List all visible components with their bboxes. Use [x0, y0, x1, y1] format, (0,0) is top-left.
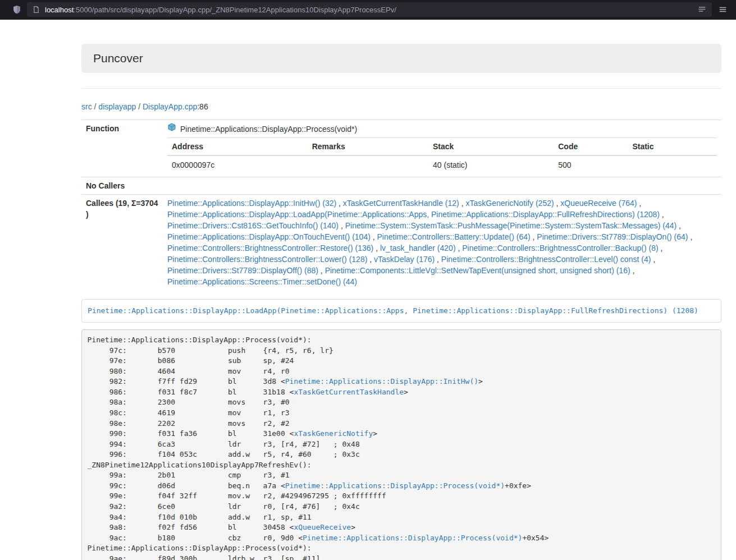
- function-row: Function Pinetime::Applications::Display…: [81, 120, 721, 177]
- callers-label: No Callers: [81, 177, 163, 195]
- callees-separator: ,: [459, 199, 466, 208]
- value-static: [628, 155, 717, 174]
- callees-row: Callees (19, Σ=3704 ) Pinetime::Applicat…: [81, 195, 721, 291]
- callees-separator: ,: [336, 199, 343, 208]
- callee-link[interactable]: Pinetime::Applications::DisplayApp::Init…: [167, 199, 336, 208]
- callees-separator: ,: [371, 232, 377, 241]
- callee-link[interactable]: Pinetime::Applications::DisplayApp::Load…: [167, 210, 660, 219]
- callee-link[interactable]: vTaskDelay (176): [374, 255, 435, 264]
- callee-link[interactable]: Pinetime::Controllers::BrightnessControl…: [441, 255, 651, 264]
- function-name: Pinetime::Applications::DisplayApp::Proc…: [180, 123, 357, 135]
- breadcrumb: src / displayapp / DisplayApp.cpp:86: [81, 101, 721, 112]
- highlighted-symbol-link[interactable]: Pinetime::Applications::DisplayApp::Load…: [88, 306, 698, 315]
- callee-link[interactable]: Pinetime::Components::LittleVgl::SetNewT…: [325, 266, 630, 275]
- callees-separator: ,: [318, 266, 325, 275]
- reader-view-icon[interactable]: [698, 2, 706, 17]
- col-static: Static: [628, 138, 717, 156]
- value-code: 500: [554, 155, 628, 174]
- disassembly-block: Pinetime::Applications::DisplayApp::Proc…: [81, 329, 721, 560]
- disassembly-symbol-link[interactable]: Pinetime::Applications::DisplayApp::Proc…: [303, 534, 522, 542]
- callees-separator: ,: [531, 232, 537, 241]
- callee-link[interactable]: lv_task_handler (420): [380, 244, 456, 253]
- callee-link[interactable]: Pinetime::Drivers::St7789::DisplayOn() (…: [537, 232, 688, 241]
- details-value-row: 0x0000097c 40 (static) 500: [167, 155, 717, 174]
- callees-separator: ,: [659, 244, 663, 253]
- callees-separator: ,: [637, 199, 641, 208]
- highlighted-symbol-panel: Pinetime::Applications::DisplayApp::Load…: [81, 299, 721, 323]
- callees-separator: ,: [651, 255, 655, 264]
- disassembly-symbol-link[interactable]: xQueueReceive: [294, 523, 351, 531]
- callees-separator: ,: [373, 244, 380, 253]
- callee-link[interactable]: Pinetime::Applications::DisplayApp::OnTo…: [167, 232, 371, 241]
- divider: [81, 88, 721, 89]
- callers-row: No Callers: [81, 177, 721, 195]
- value-stack: 40 (static): [428, 155, 554, 174]
- breadcrumb-line-number: :86: [197, 102, 208, 111]
- url-text: localhost:5000/path/src/displayapp/Displ…: [45, 6, 396, 14]
- url-bar[interactable]: localhost:5000/path/src/displayapp/Displ…: [27, 2, 712, 17]
- callees-separator: ,: [676, 221, 681, 230]
- breadcrumb-separator: /: [136, 102, 143, 111]
- menu-icon[interactable]: [719, 2, 727, 17]
- url-path: :5000/path/src/displayapp/DisplayApp.cpp…: [74, 6, 396, 14]
- disassembly-symbol-link[interactable]: Pinetime::Applications::DisplayApp::Init…: [285, 377, 478, 385]
- callees-separator: ,: [339, 221, 345, 230]
- disassembly-symbol-link[interactable]: Pinetime::Applications::DisplayApp::Proc…: [285, 481, 505, 490]
- disassembly-symbol-link[interactable]: xTaskGenericNotify: [294, 429, 373, 438]
- callee-link[interactable]: Pinetime::Drivers::St7789::DisplayOff() …: [167, 266, 318, 275]
- callee-link[interactable]: xTaskGenericNotify (252): [465, 199, 554, 208]
- callees-separator: ,: [367, 255, 374, 264]
- callees-separator: ,: [630, 266, 635, 275]
- function-details-table: Address Remarks Stack Code Static 0x0000…: [167, 137, 717, 174]
- callees-separator: ,: [660, 210, 664, 219]
- breadcrumb-separator: /: [92, 102, 99, 111]
- url-host: localhost: [45, 6, 74, 14]
- breadcrumb-link-displayapp[interactable]: displayapp: [98, 102, 136, 111]
- callee-link[interactable]: Pinetime::Applications::Screens::Timer::…: [167, 277, 357, 286]
- breadcrumb-link-src[interactable]: src: [81, 102, 92, 111]
- function-name-line: Pinetime::Applications::DisplayApp::Proc…: [167, 123, 717, 135]
- callees-separator: ,: [435, 255, 441, 264]
- col-stack: Stack: [428, 138, 554, 156]
- function-icon: [167, 123, 176, 135]
- function-row-label: Function: [81, 120, 163, 177]
- callee-link[interactable]: Pinetime::Controllers::BrightnessControl…: [462, 244, 658, 253]
- page-header: Puncover: [81, 44, 721, 73]
- value-address: 0x0000097c: [167, 155, 308, 174]
- symbol-table: Function Pinetime::Applications::Display…: [81, 120, 721, 290]
- callees-separator: ,: [456, 244, 463, 253]
- callee-link[interactable]: Pinetime::Controllers::Battery::Update()…: [377, 232, 531, 241]
- col-address: Address: [167, 138, 308, 156]
- col-remarks: Remarks: [308, 138, 428, 156]
- breadcrumb-link-DisplayApp.cpp[interactable]: DisplayApp.cpp: [143, 102, 197, 111]
- callees-label: Callees (19, Σ=3704 ): [81, 195, 163, 291]
- page-content: Puncover src / displayapp / DisplayApp.c…: [81, 44, 721, 560]
- shield-icon: [12, 5, 21, 14]
- callee-link[interactable]: Pinetime::System::SystemTask::PushMessag…: [345, 221, 677, 230]
- callees-separator: ,: [554, 199, 561, 208]
- callee-link[interactable]: Pinetime::Controllers::BrightnessControl…: [167, 255, 367, 264]
- details-header-row: Address Remarks Stack Code Static: [167, 138, 717, 156]
- callees-list: Pinetime::Applications::DisplayApp::Init…: [163, 195, 721, 291]
- page-title: Puncover: [93, 52, 143, 65]
- callee-link[interactable]: Pinetime::Drivers::Cst816S::GetTouchInfo…: [167, 221, 339, 230]
- disassembly-symbol-link[interactable]: xTaskGetCurrentTaskHandle: [294, 388, 404, 396]
- callee-link[interactable]: xQueueReceive (764): [560, 199, 637, 208]
- callees-separator: ,: [688, 232, 693, 241]
- callee-link[interactable]: xTaskGetCurrentTaskHandle (12): [343, 199, 459, 208]
- page-icon: [33, 2, 40, 17]
- callee-link[interactable]: Pinetime::Controllers::BrightnessControl…: [167, 244, 373, 253]
- browser-toolbar: localhost:5000/path/src/displayapp/Displ…: [0, 0, 736, 20]
- tracking-protection-shield-icon[interactable]: [12, 2, 21, 17]
- value-remarks: [308, 155, 428, 174]
- col-code: Code: [554, 138, 628, 156]
